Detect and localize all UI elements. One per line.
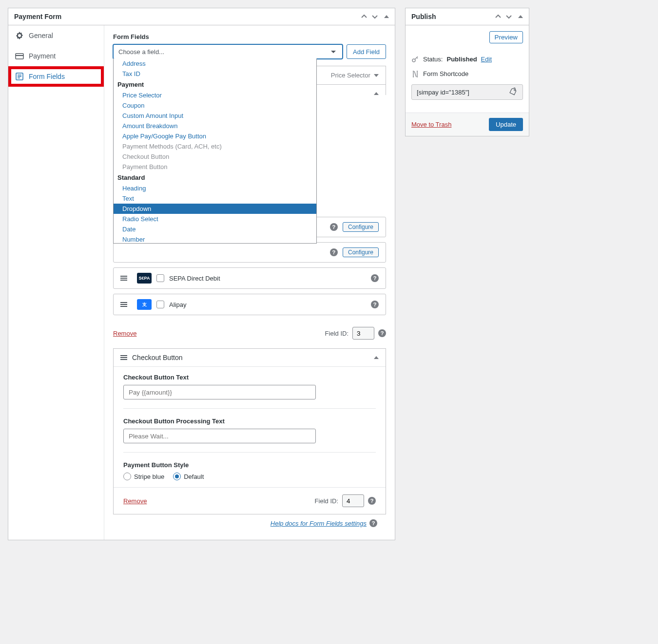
payment-form-header: Payment Form [8, 8, 395, 25]
dd-item: Payment Methods (Card, ACH, etc) [114, 141, 316, 152]
field-id-input[interactable] [352, 327, 374, 340]
svg-rect-16 [120, 357, 127, 358]
form-icon [15, 72, 24, 81]
dd-item[interactable]: Address [114, 58, 316, 69]
dd-item[interactable]: Heading [114, 183, 316, 193]
dd-item[interactable]: Date [114, 224, 316, 234]
remove-link[interactable]: Remove [113, 330, 136, 337]
drag-icon[interactable] [120, 354, 127, 361]
card-icon [15, 52, 24, 60]
svg-rect-9 [120, 276, 127, 277]
dd-item: Payment Button [114, 162, 316, 172]
gear-icon [15, 31, 24, 40]
move-down-icon[interactable] [504, 12, 513, 21]
help-icon[interactable]: ? [371, 274, 379, 282]
help-icon[interactable]: ? [330, 248, 338, 256]
payment-form-box: Payment Form General Payment Form Fields… [8, 8, 395, 540]
tab-form-fields[interactable]: Form Fields [8, 66, 104, 87]
collapse-icon[interactable] [374, 356, 379, 359]
svg-rect-10 [120, 278, 127, 279]
move-up-icon[interactable] [360, 12, 368, 21]
tab-general[interactable]: General [8, 25, 104, 46]
svg-rect-14 [120, 306, 127, 307]
collapse-icon[interactable] [384, 15, 389, 18]
move-up-icon[interactable] [494, 12, 503, 21]
chevron-down-icon [329, 48, 337, 56]
dd-item[interactable]: Amount Breakdown [114, 121, 316, 131]
dd-item[interactable]: Custom Amount Input [114, 111, 316, 121]
pm-row-configure-2: ? Configure [113, 242, 386, 263]
publish-header: Publish [406, 8, 529, 25]
alipay-icon: 支 [137, 299, 152, 310]
configure-button[interactable]: Configure [343, 247, 379, 257]
alipay-checkbox[interactable] [156, 301, 164, 308]
svg-rect-0 [16, 54, 23, 59]
dd-item[interactable]: Tax ID [114, 69, 316, 79]
dd-item[interactable]: Coupon [114, 100, 316, 111]
pm-row-sepa[interactable]: S€PA SEPA Direct Debit ? [113, 267, 386, 289]
key-icon [411, 55, 419, 63]
dd-item[interactable]: Radio Select [114, 214, 316, 224]
shortcode-icon [411, 70, 419, 77]
publish-box: Publish Preview Status: Published Edit F… [405, 8, 529, 136]
sepa-checkbox[interactable] [156, 274, 164, 282]
accordion-header-checkout[interactable]: Checkout Button [114, 349, 386, 366]
box-title: Payment Form [14, 13, 61, 20]
svg-rect-11 [120, 280, 127, 281]
svg-rect-15 [120, 355, 127, 356]
settings-tabs: General Payment Form Fields [8, 25, 104, 540]
preview-button[interactable]: Preview [489, 31, 523, 43]
svg-rect-13 [120, 304, 127, 305]
tag-icon [507, 86, 519, 97]
radio-stripe-blue[interactable]: Stripe blue [123, 473, 164, 480]
dd-group: Payment [114, 79, 316, 90]
drag-icon[interactable] [120, 301, 127, 308]
dd-item[interactable]: Number [114, 234, 316, 244]
add-field-button[interactable]: Add Field [347, 44, 386, 59]
help-docs-link[interactable]: Help docs for Form Fields settings [271, 520, 367, 527]
field-type-select[interactable]: Choose a field... AddressTax IDPaymentPr… [113, 44, 343, 59]
form-fields-heading: Form Fields [113, 33, 386, 40]
help-icon[interactable]: ? [378, 329, 386, 337]
accordion-checkout-button: Checkout Button Checkout Button Text Che… [113, 348, 386, 514]
move-down-icon[interactable] [370, 12, 379, 21]
content-panel: Form Fields Choose a field... AddressTax… [104, 25, 395, 540]
dd-item[interactable]: Apple Pay/Google Pay Button [114, 131, 316, 141]
tab-payment[interactable]: Payment [8, 46, 104, 66]
edit-status-link[interactable]: Edit [481, 56, 492, 63]
dd-item[interactable]: Text [114, 193, 316, 204]
svg-rect-12 [120, 302, 127, 303]
remove-link[interactable]: Remove [123, 497, 147, 505]
help-icon[interactable]: ? [330, 223, 338, 231]
svg-rect-1 [16, 55, 23, 56]
svg-rect-17 [120, 359, 127, 360]
dd-item[interactable]: Dropdown [114, 204, 316, 214]
drag-icon[interactable] [120, 275, 127, 282]
update-button[interactable]: Update [489, 118, 523, 131]
help-icon[interactable]: ? [368, 497, 376, 505]
help-icon[interactable]: ? [371, 301, 379, 308]
pm-row-alipay[interactable]: 支 Alipay ? [113, 294, 386, 315]
configure-button[interactable]: Configure [343, 222, 379, 232]
checkout-text-input[interactable] [123, 385, 316, 399]
checkout-processing-input[interactable] [123, 429, 316, 443]
help-icon[interactable]: ? [369, 519, 377, 527]
sepa-icon: S€PA [137, 273, 152, 284]
shortcode-field[interactable]: [simpay id="1385"] [411, 84, 523, 100]
dd-item: Checkout Button [114, 152, 316, 162]
dd-group: Standard [114, 172, 316, 183]
collapse-icon[interactable] [518, 15, 523, 18]
dd-item[interactable]: Price Selector [114, 90, 316, 100]
radio-default[interactable]: Default [173, 473, 204, 480]
move-to-trash-link[interactable]: Move to Trash [411, 121, 451, 128]
field-id-input[interactable] [342, 494, 364, 507]
field-type-dropdown: AddressTax IDPaymentPrice SelectorCoupon… [113, 58, 317, 244]
